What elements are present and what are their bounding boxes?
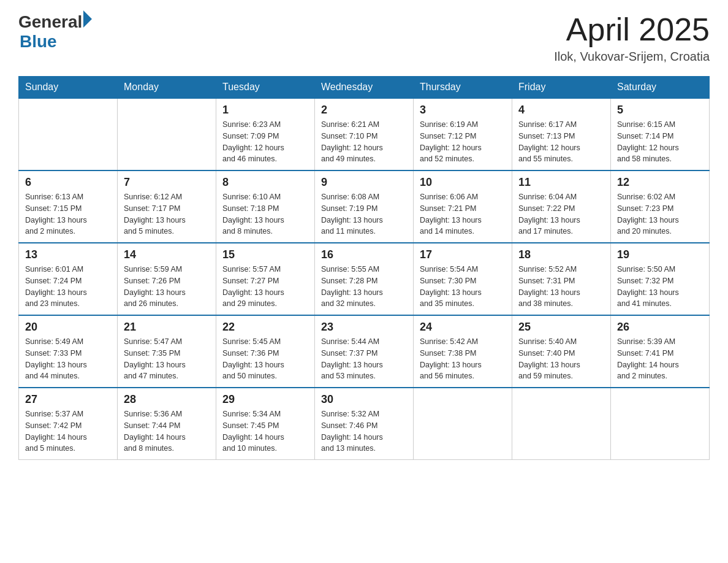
day-number: 30 <box>321 393 407 406</box>
day-info: Sunrise: 6:19 AM Sunset: 7:12 PM Dayligh… <box>420 119 506 165</box>
column-header-friday: Friday <box>512 77 611 99</box>
day-info: Sunrise: 5:57 AM Sunset: 7:27 PM Dayligh… <box>222 264 308 310</box>
day-info: Sunrise: 5:34 AM Sunset: 7:45 PM Dayligh… <box>222 408 308 454</box>
logo: General Blue <box>18 12 92 52</box>
calendar-cell: 7Sunrise: 6:12 AM Sunset: 7:17 PM Daylig… <box>118 170 216 243</box>
column-header-thursday: Thursday <box>414 77 512 99</box>
week-row-4: 20Sunrise: 5:49 AM Sunset: 7:33 PM Dayli… <box>19 315 710 388</box>
calendar-cell: 9Sunrise: 6:08 AM Sunset: 7:19 PM Daylig… <box>315 170 414 243</box>
day-number: 2 <box>321 104 407 117</box>
day-number: 15 <box>222 248 308 261</box>
day-info: Sunrise: 6:01 AM Sunset: 7:24 PM Dayligh… <box>25 264 111 310</box>
day-info: Sunrise: 6:13 AM Sunset: 7:15 PM Dayligh… <box>25 191 111 237</box>
day-number: 6 <box>25 176 111 189</box>
calendar-subtitle: Ilok, Vukovar-Srijem, Croatia <box>554 50 710 64</box>
day-info: Sunrise: 5:36 AM Sunset: 7:44 PM Dayligh… <box>124 408 210 454</box>
day-info: Sunrise: 5:49 AM Sunset: 7:33 PM Dayligh… <box>25 336 111 382</box>
day-info: Sunrise: 6:10 AM Sunset: 7:18 PM Dayligh… <box>222 191 308 237</box>
week-row-5: 27Sunrise: 5:37 AM Sunset: 7:42 PM Dayli… <box>19 388 710 460</box>
calendar-cell <box>611 388 710 460</box>
calendar-cell: 13Sunrise: 6:01 AM Sunset: 7:24 PM Dayli… <box>19 243 118 315</box>
calendar-cell: 4Sunrise: 6:17 AM Sunset: 7:13 PM Daylig… <box>512 98 611 170</box>
calendar-cell <box>414 388 512 460</box>
week-row-3: 13Sunrise: 6:01 AM Sunset: 7:24 PM Dayli… <box>19 243 710 315</box>
day-number: 20 <box>25 321 111 334</box>
logo-triangle-icon <box>83 10 92 28</box>
day-number: 17 <box>420 248 506 261</box>
week-row-2: 6Sunrise: 6:13 AM Sunset: 7:15 PM Daylig… <box>19 170 710 243</box>
day-info: Sunrise: 5:39 AM Sunset: 7:41 PM Dayligh… <box>617 336 703 382</box>
title-section: April 2025 Ilok, Vukovar-Srijem, Croatia <box>554 12 710 64</box>
day-number: 12 <box>617 176 703 189</box>
calendar-cell: 27Sunrise: 5:37 AM Sunset: 7:42 PM Dayli… <box>19 388 118 460</box>
day-info: Sunrise: 5:47 AM Sunset: 7:35 PM Dayligh… <box>124 336 210 382</box>
column-header-monday: Monday <box>118 77 216 99</box>
day-number: 23 <box>321 321 407 334</box>
day-number: 1 <box>222 104 308 117</box>
calendar-cell: 3Sunrise: 6:19 AM Sunset: 7:12 PM Daylig… <box>414 98 512 170</box>
column-header-wednesday: Wednesday <box>315 77 414 99</box>
day-number: 18 <box>518 248 604 261</box>
day-number: 22 <box>222 321 308 334</box>
calendar-cell: 15Sunrise: 5:57 AM Sunset: 7:27 PM Dayli… <box>216 243 315 315</box>
day-info: Sunrise: 5:59 AM Sunset: 7:26 PM Dayligh… <box>124 264 210 310</box>
calendar-cell: 11Sunrise: 6:04 AM Sunset: 7:22 PM Dayli… <box>512 170 611 243</box>
day-info: Sunrise: 6:15 AM Sunset: 7:14 PM Dayligh… <box>617 119 703 165</box>
day-number: 8 <box>222 176 308 189</box>
day-number: 13 <box>25 248 111 261</box>
calendar-cell: 26Sunrise: 5:39 AM Sunset: 7:41 PM Dayli… <box>611 315 710 388</box>
column-header-saturday: Saturday <box>611 77 710 99</box>
day-number: 7 <box>124 176 210 189</box>
calendar-cell: 23Sunrise: 5:44 AM Sunset: 7:37 PM Dayli… <box>315 315 414 388</box>
day-info: Sunrise: 5:42 AM Sunset: 7:38 PM Dayligh… <box>420 336 506 382</box>
day-info: Sunrise: 6:06 AM Sunset: 7:21 PM Dayligh… <box>420 191 506 237</box>
calendar-cell: 17Sunrise: 5:54 AM Sunset: 7:30 PM Dayli… <box>414 243 512 315</box>
day-info: Sunrise: 6:08 AM Sunset: 7:19 PM Dayligh… <box>321 191 407 237</box>
day-info: Sunrise: 6:02 AM Sunset: 7:23 PM Dayligh… <box>617 191 703 237</box>
calendar-table: SundayMondayTuesdayWednesdayThursdayFrid… <box>18 76 710 460</box>
calendar-header-row: SundayMondayTuesdayWednesdayThursdayFrid… <box>19 77 710 99</box>
day-info: Sunrise: 6:12 AM Sunset: 7:17 PM Dayligh… <box>124 191 210 237</box>
calendar-cell: 18Sunrise: 5:52 AM Sunset: 7:31 PM Dayli… <box>512 243 611 315</box>
day-info: Sunrise: 5:44 AM Sunset: 7:37 PM Dayligh… <box>321 336 407 382</box>
day-info: Sunrise: 6:23 AM Sunset: 7:09 PM Dayligh… <box>222 119 308 165</box>
calendar-cell: 8Sunrise: 6:10 AM Sunset: 7:18 PM Daylig… <box>216 170 315 243</box>
day-number: 3 <box>420 104 506 117</box>
calendar-cell: 21Sunrise: 5:47 AM Sunset: 7:35 PM Dayli… <box>118 315 216 388</box>
column-header-sunday: Sunday <box>19 77 118 99</box>
day-number: 9 <box>321 176 407 189</box>
calendar-cell <box>19 98 118 170</box>
day-info: Sunrise: 5:52 AM Sunset: 7:31 PM Dayligh… <box>518 264 604 310</box>
calendar-cell: 5Sunrise: 6:15 AM Sunset: 7:14 PM Daylig… <box>611 98 710 170</box>
week-row-1: 1Sunrise: 6:23 AM Sunset: 7:09 PM Daylig… <box>19 98 710 170</box>
calendar-cell: 30Sunrise: 5:32 AM Sunset: 7:46 PM Dayli… <box>315 388 414 460</box>
day-number: 27 <box>25 393 111 406</box>
day-number: 21 <box>124 321 210 334</box>
day-info: Sunrise: 6:21 AM Sunset: 7:10 PM Dayligh… <box>321 119 407 165</box>
day-info: Sunrise: 5:45 AM Sunset: 7:36 PM Dayligh… <box>222 336 308 382</box>
day-info: Sunrise: 5:40 AM Sunset: 7:40 PM Dayligh… <box>518 336 604 382</box>
day-number: 16 <box>321 248 407 261</box>
calendar-cell: 6Sunrise: 6:13 AM Sunset: 7:15 PM Daylig… <box>19 170 118 243</box>
day-number: 26 <box>617 321 703 334</box>
day-number: 29 <box>222 393 308 406</box>
calendar-cell: 19Sunrise: 5:50 AM Sunset: 7:32 PM Dayli… <box>611 243 710 315</box>
day-number: 10 <box>420 176 506 189</box>
day-number: 24 <box>420 321 506 334</box>
day-info: Sunrise: 5:37 AM Sunset: 7:42 PM Dayligh… <box>25 408 111 454</box>
calendar-cell: 1Sunrise: 6:23 AM Sunset: 7:09 PM Daylig… <box>216 98 315 170</box>
calendar-cell <box>512 388 611 460</box>
day-number: 11 <box>518 176 604 189</box>
day-info: Sunrise: 5:32 AM Sunset: 7:46 PM Dayligh… <box>321 408 407 454</box>
calendar-cell <box>118 98 216 170</box>
calendar-cell: 28Sunrise: 5:36 AM Sunset: 7:44 PM Dayli… <box>118 388 216 460</box>
day-info: Sunrise: 5:50 AM Sunset: 7:32 PM Dayligh… <box>617 264 703 310</box>
logo-general: General <box>18 12 82 32</box>
calendar-cell: 16Sunrise: 5:55 AM Sunset: 7:28 PM Dayli… <box>315 243 414 315</box>
calendar-cell: 24Sunrise: 5:42 AM Sunset: 7:38 PM Dayli… <box>414 315 512 388</box>
day-number: 14 <box>124 248 210 261</box>
day-number: 19 <box>617 248 703 261</box>
day-number: 28 <box>124 393 210 406</box>
calendar-cell: 29Sunrise: 5:34 AM Sunset: 7:45 PM Dayli… <box>216 388 315 460</box>
calendar-cell: 25Sunrise: 5:40 AM Sunset: 7:40 PM Dayli… <box>512 315 611 388</box>
